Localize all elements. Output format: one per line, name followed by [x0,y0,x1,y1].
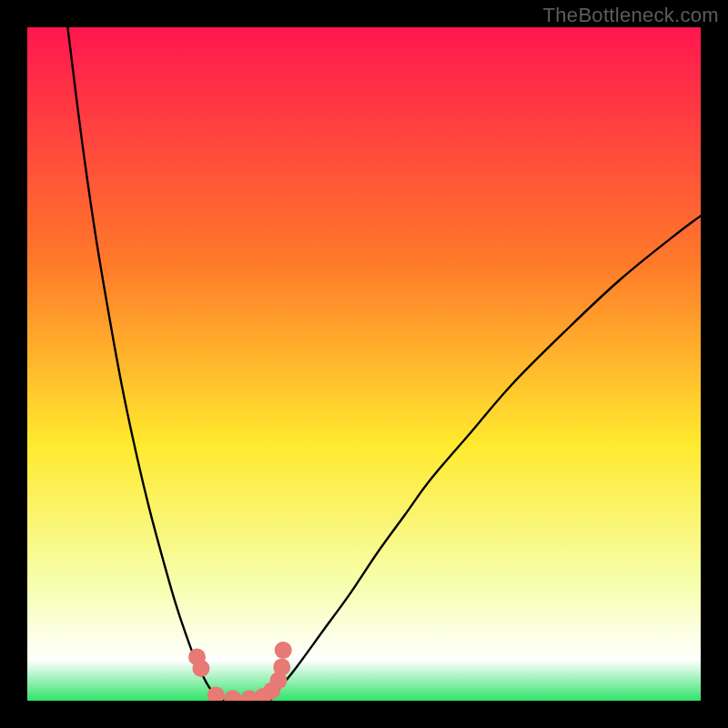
data-marker [192,660,209,677]
attribution-text: TheBottleneck.com [543,4,719,27]
data-marker [273,659,290,676]
data-marker [275,642,292,659]
plot-area [27,27,701,701]
gradient-background [27,27,701,701]
chart-frame: TheBottleneck.com [0,0,728,728]
bottleneck-chart [27,27,701,701]
